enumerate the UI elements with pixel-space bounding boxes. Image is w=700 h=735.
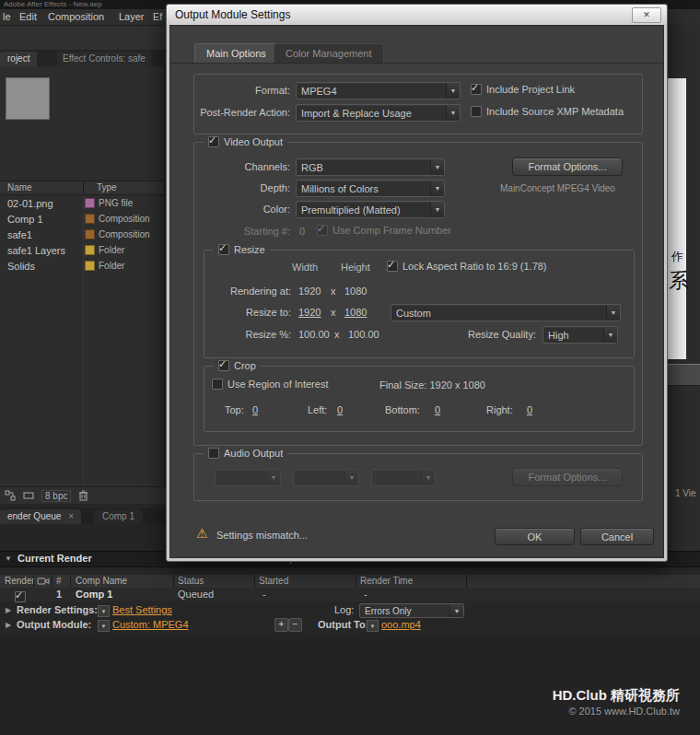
crop-top-value[interactable]: 0 bbox=[252, 404, 258, 415]
twirl-closed-icon[interactable]: ▶ bbox=[6, 621, 11, 629]
include-project-link-checkbox[interactable]: Include Project Link bbox=[471, 84, 575, 95]
header-num[interactable]: # bbox=[56, 576, 62, 586]
composition-panel-sliver: 作 系 1 Vie bbox=[665, 25, 700, 551]
folder-icon bbox=[85, 261, 95, 271]
resize-preset-dropdown[interactable]: Custom ▼ bbox=[391, 304, 621, 321]
video-output-checkbox[interactable] bbox=[208, 136, 219, 147]
column-name[interactable]: Name bbox=[7, 182, 32, 192]
project-row-safe1-layers[interactable]: safe1 Layers Folder bbox=[0, 242, 164, 258]
crop-checkbox[interactable] bbox=[218, 360, 229, 371]
resize-pct-width: 100.00 bbox=[298, 329, 330, 340]
row-render-time: - bbox=[364, 589, 368, 600]
item-name: Comp 1 bbox=[7, 214, 85, 225]
resize-quality-value: High bbox=[543, 330, 603, 341]
project-row-safe1[interactable]: safe1 Composition bbox=[0, 227, 164, 242]
flowchart-icon[interactable] bbox=[5, 490, 16, 501]
output-module-settings-dialog: Output Module Settings ✕ Main Options Co… bbox=[166, 4, 668, 562]
crop-left-value[interactable]: 0 bbox=[337, 404, 343, 415]
header-comp-name[interactable]: Comp Name bbox=[76, 576, 127, 586]
add-output-module-button[interactable]: + bbox=[274, 618, 288, 632]
tab-main-options[interactable]: Main Options bbox=[194, 43, 278, 63]
header-status[interactable]: Status bbox=[178, 576, 204, 586]
bpc-label[interactable]: 8 bpc bbox=[41, 490, 71, 502]
output-module-label: Output Module: bbox=[17, 619, 91, 630]
delete-icon[interactable] bbox=[78, 490, 88, 501]
cancel-button[interactable]: Cancel bbox=[580, 528, 654, 545]
use-roi-checkbox[interactable]: Use Region of Interest bbox=[212, 379, 328, 390]
chevron-down-icon: ▼ bbox=[101, 609, 107, 614]
resize-title[interactable]: Resize bbox=[214, 244, 270, 255]
post-render-dropdown[interactable]: Import & Replace Usage ▼ bbox=[296, 104, 461, 122]
format-dropdown[interactable]: MPEG4 ▼ bbox=[296, 82, 461, 99]
audio-output-title[interactable]: Audio Output bbox=[204, 448, 287, 459]
twirl-open-icon[interactable]: ▼ bbox=[5, 554, 12, 563]
tab-color-management[interactable]: Color Management bbox=[274, 43, 384, 63]
lock-aspect-checkbox[interactable]: Lock Aspect Ratio to 16:9 (1.78) bbox=[387, 261, 547, 272]
project-row-comp1[interactable]: Comp 1 Composition bbox=[0, 211, 164, 227]
video-output-title[interactable]: Video Output bbox=[204, 136, 287, 147]
proxy-icon[interactable] bbox=[23, 490, 34, 501]
tab-project[interactable]: roject bbox=[0, 52, 37, 66]
crop-right-label: Right: bbox=[486, 404, 513, 415]
resize-to-height[interactable]: 1080 bbox=[344, 307, 367, 318]
crop-right-value[interactable]: 0 bbox=[527, 404, 532, 415]
resize-to-width[interactable]: 1920 bbox=[298, 307, 321, 318]
resize-label: Resize bbox=[234, 244, 265, 255]
final-size-label: Final Size: 1920 x 1080 bbox=[379, 379, 485, 391]
menu-edit[interactable]: Edit bbox=[19, 11, 37, 22]
project-list-header: Name Type bbox=[0, 181, 164, 195]
depth-dropdown[interactable]: Millions of Colors ▼ bbox=[296, 180, 445, 197]
output-module-menu[interactable]: ▼ bbox=[98, 620, 110, 632]
column-divider[interactable] bbox=[83, 181, 84, 194]
log-dropdown[interactable]: Errors Only ▼ bbox=[359, 603, 464, 618]
twirl-closed-icon[interactable]: ▶ bbox=[6, 606, 11, 614]
color-dropdown[interactable]: Premultiplied (Matted) ▼ bbox=[296, 201, 445, 218]
close-icon[interactable]: ✕ bbox=[632, 7, 661, 23]
png-file-icon bbox=[85, 198, 95, 208]
use-comp-frame-label: Use Comp Frame Number bbox=[332, 225, 451, 236]
tab-effect-controls[interactable]: Effect Controls: safe bbox=[57, 52, 151, 66]
menu-layer[interactable]: Layer bbox=[119, 11, 145, 22]
starting-num-value: 0 bbox=[299, 226, 305, 237]
warning-icon: ⚠ bbox=[196, 526, 208, 541]
item-type: Folder bbox=[99, 261, 124, 271]
menu-file[interactable]: le bbox=[3, 11, 11, 22]
tab-render-queue[interactable]: ender Queue × bbox=[0, 509, 81, 524]
width-column-label: Width bbox=[292, 262, 318, 273]
output-module-value[interactable]: Custom: MPEG4 bbox=[112, 619, 189, 630]
lock-aspect-label: Lock Aspect Ratio to 16:9 (1.78) bbox=[402, 261, 547, 272]
queue-row[interactable]: 1 Comp 1 Queued - - bbox=[0, 588, 700, 601]
output-to-value[interactable]: ooo.mp4 bbox=[381, 619, 421, 630]
header-started[interactable]: Started bbox=[259, 576, 288, 586]
queue-table-header: Render # Comp Name Status Started Render… bbox=[0, 575, 700, 589]
render-settings-value[interactable]: Best Settings bbox=[112, 604, 172, 615]
menu-effect[interactable]: Ef bbox=[153, 11, 162, 22]
tab-close-icon[interactable]: × bbox=[68, 511, 74, 521]
crop-title[interactable]: Crop bbox=[214, 360, 261, 371]
audio-output-checkbox[interactable] bbox=[208, 448, 219, 459]
render-checkbox[interactable] bbox=[15, 591, 26, 602]
include-xmp-checkbox[interactable]: Include Source XMP Metadata bbox=[471, 106, 624, 117]
render-settings-menu[interactable]: ▼ bbox=[98, 605, 110, 617]
project-row-02-01[interactable]: 02-01.png PNG file bbox=[0, 195, 164, 211]
remove-output-module-button[interactable]: − bbox=[288, 618, 302, 632]
crop-bottom-value[interactable]: 0 bbox=[435, 404, 440, 415]
output-to-menu[interactable]: ▼ bbox=[367, 620, 379, 632]
resize-checkbox[interactable] bbox=[218, 244, 229, 255]
ok-button[interactable]: OK bbox=[495, 528, 575, 545]
depth-label: Depth: bbox=[198, 182, 290, 193]
format-options-button[interactable]: Format Options... bbox=[512, 158, 623, 176]
menu-composition[interactable]: Composition bbox=[48, 11, 104, 22]
tab-comp1[interactable]: Comp 1 bbox=[94, 509, 143, 524]
project-row-solids[interactable]: Solids Folder bbox=[0, 258, 164, 274]
channels-dropdown[interactable]: RGB ▼ bbox=[296, 158, 445, 176]
resize-quality-dropdown[interactable]: High ▼ bbox=[542, 326, 618, 344]
header-render[interactable]: Render bbox=[5, 576, 35, 586]
include-project-link-label: Include Project Link bbox=[486, 84, 575, 95]
column-type[interactable]: Type bbox=[97, 182, 117, 192]
row-status: Queued bbox=[178, 589, 214, 600]
header-render-time[interactable]: Render Time bbox=[360, 576, 413, 586]
checkbox bbox=[471, 84, 482, 95]
dialog-titlebar[interactable]: Output Module Settings ✕ bbox=[167, 5, 667, 25]
chevron-down-icon: ▼ bbox=[421, 470, 435, 485]
